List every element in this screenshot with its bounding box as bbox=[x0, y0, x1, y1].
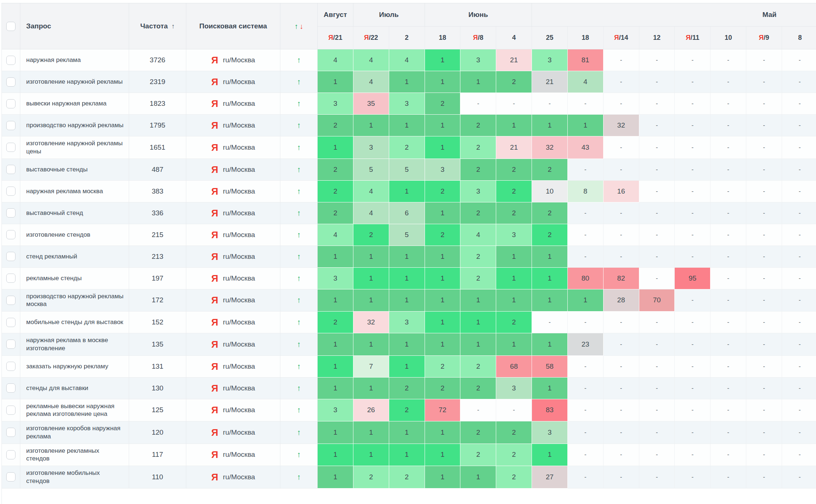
row-checkbox[interactable] bbox=[6, 143, 15, 152]
position-cell: 6 bbox=[389, 202, 425, 224]
column-header-query[interactable]: Запрос bbox=[20, 3, 129, 49]
position-cell: 4 bbox=[353, 71, 389, 93]
query-cell[interactable]: выставочные стенды bbox=[20, 159, 129, 181]
date-label: 18 bbox=[439, 34, 446, 42]
row-checkbox[interactable] bbox=[6, 77, 15, 87]
row-checkbox[interactable] bbox=[6, 318, 15, 327]
engine-region-label: ru/Москва bbox=[223, 187, 255, 195]
row-checkbox[interactable] bbox=[6, 165, 15, 174]
query-cell[interactable]: выставочный стенд bbox=[20, 202, 129, 224]
engine-cell: Яru/Москва bbox=[186, 181, 280, 202]
query-cell[interactable]: мобильные стенды для выставок bbox=[20, 312, 129, 333]
row-checkbox[interactable] bbox=[6, 56, 15, 65]
select-all-checkbox[interactable] bbox=[6, 22, 15, 31]
query-cell[interactable]: рекламные стенды bbox=[20, 268, 129, 289]
row-checkbox[interactable] bbox=[6, 406, 15, 415]
position-cell-empty: - bbox=[710, 115, 746, 136]
row-checkbox[interactable] bbox=[6, 252, 15, 261]
column-header-trend[interactable]: ↑ ↓ bbox=[280, 3, 318, 49]
query-cell[interactable]: изготовление мобильных стендов bbox=[20, 466, 129, 489]
position-cell: 4 bbox=[353, 49, 389, 71]
query-cell[interactable]: изготовление рекламных стендов bbox=[20, 444, 129, 466]
query-cell[interactable]: наружная реклама bbox=[20, 49, 129, 71]
query-cell[interactable]: наружная реклама москва bbox=[20, 181, 129, 202]
query-cell[interactable]: наружная реклама в москве изготовление bbox=[20, 333, 129, 356]
position-cell: 3 bbox=[389, 93, 425, 115]
query-cell[interactable]: заказать наружную рекламу bbox=[20, 356, 129, 378]
frequency-cell: 213 bbox=[129, 246, 186, 268]
date-column-header[interactable]: 4 bbox=[496, 27, 532, 49]
row-checkbox-cell bbox=[2, 421, 20, 444]
position-cell-empty: - bbox=[746, 181, 782, 202]
query-cell[interactable]: рекламные вывески наружная реклама изгот… bbox=[20, 399, 129, 422]
row-checkbox[interactable] bbox=[6, 230, 15, 239]
position-cell-empty: - bbox=[746, 71, 782, 93]
frequency-cell: 1651 bbox=[129, 136, 186, 159]
position-cell-empty: - bbox=[604, 159, 639, 181]
frequency-header-label: Частота bbox=[140, 22, 168, 31]
position-cell-empty: - bbox=[710, 399, 746, 422]
column-header-engine[interactable]: Поисковая система bbox=[186, 3, 280, 49]
query-cell[interactable]: изготовление коробов наружная реклама bbox=[20, 421, 129, 444]
date-column-header[interactable]: Я/22 bbox=[353, 27, 389, 49]
query-cell[interactable]: стенды для выставки bbox=[20, 378, 129, 399]
row-checkbox[interactable] bbox=[6, 121, 15, 130]
date-column-header[interactable]: 18 bbox=[568, 27, 604, 49]
engine-region-label: ru/Москва bbox=[223, 143, 255, 152]
date-column-header[interactable]: Я/14 bbox=[604, 27, 639, 49]
date-column-header[interactable]: 10 bbox=[710, 27, 746, 49]
row-checkbox[interactable] bbox=[6, 208, 15, 218]
row-checkbox[interactable] bbox=[6, 383, 15, 393]
position-cell: 2 bbox=[460, 268, 496, 289]
trend-up-icon: ↑ bbox=[297, 121, 301, 130]
row-checkbox[interactable] bbox=[6, 450, 15, 459]
row-checkbox[interactable] bbox=[6, 99, 15, 108]
row-checkbox[interactable] bbox=[6, 428, 15, 437]
position-cell: 2 bbox=[460, 246, 496, 268]
row-checkbox[interactable] bbox=[6, 362, 15, 371]
date-column-header[interactable]: Я/8 bbox=[460, 27, 496, 49]
position-cell-empty: - bbox=[496, 93, 532, 115]
row-checkbox[interactable] bbox=[6, 274, 15, 283]
trend-up-icon: ↑ bbox=[297, 450, 301, 459]
date-column-header[interactable]: Я/11 bbox=[675, 27, 710, 49]
date-column-header[interactable]: 2 bbox=[389, 27, 425, 49]
engine-cell: Яru/Москва bbox=[186, 444, 280, 466]
date-column-header[interactable]: 8 bbox=[782, 27, 816, 49]
engine-region-label: ru/Москва bbox=[223, 78, 255, 86]
frequency-value: 120 bbox=[152, 428, 163, 437]
position-cell: 2 bbox=[496, 466, 532, 489]
date-column-header[interactable]: Я/9 bbox=[746, 27, 782, 49]
engine-region-label: ru/Москва bbox=[223, 362, 255, 371]
date-column-header[interactable]: Я/21 bbox=[318, 27, 353, 49]
row-checkbox[interactable] bbox=[6, 296, 15, 305]
position-cell-empty: - bbox=[782, 444, 816, 466]
position-cell: 2 bbox=[496, 181, 532, 202]
row-checkbox[interactable] bbox=[6, 187, 15, 196]
query-cell[interactable]: вывески наружная реклама bbox=[20, 93, 129, 115]
position-cell-empty: - bbox=[746, 224, 782, 246]
position-cell: 1 bbox=[389, 268, 425, 289]
date-column-header[interactable]: 18 bbox=[425, 27, 461, 49]
column-header-frequency[interactable]: Частота ↑ bbox=[129, 3, 186, 49]
query-cell[interactable]: изготовление стендов bbox=[20, 224, 129, 246]
trend-cell: ↑ bbox=[280, 136, 318, 159]
position-cell-empty: - bbox=[460, 399, 496, 422]
query-cell[interactable]: производство наружной рекламы москва bbox=[20, 289, 129, 312]
position-cell-empty: - bbox=[710, 312, 746, 333]
engine-region-label: ru/Москва bbox=[223, 231, 255, 239]
date-column-header[interactable]: 12 bbox=[639, 27, 675, 49]
row-checkbox[interactable] bbox=[6, 340, 15, 349]
query-cell[interactable]: изготовление наружной рекламы цены bbox=[20, 136, 129, 159]
position-cell: 1 bbox=[318, 333, 353, 356]
query-cell[interactable]: производство наружной рекламы bbox=[20, 115, 129, 136]
position-cell: 3 bbox=[460, 181, 496, 202]
position-cell-empty: - bbox=[604, 421, 639, 444]
query-cell[interactable]: изготовление наружной рекламы bbox=[20, 71, 129, 93]
yandex-icon: Я bbox=[211, 340, 218, 349]
query-cell[interactable]: стенд рекламный bbox=[20, 246, 129, 268]
row-checkbox[interactable] bbox=[6, 472, 15, 482]
date-column-header[interactable]: 25 bbox=[532, 27, 568, 49]
date-label: 2 bbox=[405, 34, 409, 42]
query-text: изготовление мобильных стендов bbox=[26, 469, 124, 485]
